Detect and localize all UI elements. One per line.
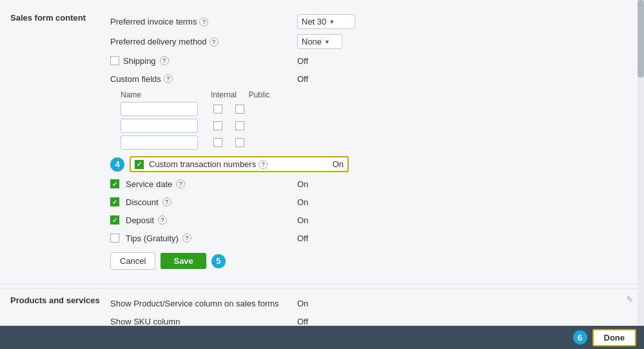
cf-name-input-3[interactable] (121, 135, 198, 150)
cf-public-checkbox-3[interactable] (235, 138, 244, 147)
cf-name-input-2[interactable] (121, 119, 198, 133)
shipping-checkbox[interactable] (110, 56, 119, 65)
discount-help-icon[interactable]: ? (162, 197, 171, 206)
scrollbar-thumb[interactable] (638, 0, 644, 77)
cf-col-name-header: Name (121, 90, 204, 99)
product-service-column-status: On (297, 299, 308, 308)
custom-fields-status: Off (297, 74, 308, 84)
cf-row-2 (121, 119, 634, 133)
discount-status: On (297, 197, 308, 207)
shipping-status: Off (297, 56, 308, 66)
custom-transaction-numbers-help-icon[interactable]: ? (259, 160, 268, 169)
deposit-status: On (297, 215, 308, 225)
main-content: Sales form content Preferred invoice ter… (0, 0, 644, 326)
products-edit-pencil-icon[interactable]: ✎ (626, 294, 634, 304)
discount-checkbox[interactable] (110, 197, 119, 206)
service-date-row: Service date ? On (110, 175, 634, 193)
custom-fields-label: Custom fields ? (110, 74, 297, 84)
preferred-invoice-terms-row: Preferred invoice terms ? Net 30 ▼ (110, 12, 634, 32)
step-badge-6: 6 (573, 330, 587, 344)
tips-help-icon[interactable]: ? (182, 234, 191, 243)
custom-fields-grid: Name Internal Public (121, 90, 634, 150)
deposit-field-label: Deposit ? (110, 215, 297, 225)
preferred-delivery-method-row: Preferred delivery method ? None ▼ (110, 32, 634, 52)
service-date-help-icon[interactable]: ? (176, 179, 185, 188)
section-label-sales-form: Sales form content (10, 12, 110, 23)
tips-status: Off (297, 234, 308, 243)
product-service-column-row: Show Product/Service column on sales for… (110, 294, 626, 312)
discount-row: Discount ? On (110, 193, 634, 211)
sku-column-row: Show SKU column Off (110, 312, 626, 326)
custom-transaction-numbers-checkbox[interactable] (135, 160, 144, 169)
shipping-row: Shipping ? Off (110, 52, 634, 70)
cf-internal-checkbox-3[interactable] (213, 138, 222, 147)
sku-column-status: Off (297, 317, 308, 326)
step-badge-5: 5 (211, 254, 226, 268)
custom-fields-help-icon[interactable]: ? (164, 74, 173, 83)
cf-name-input-1[interactable] (121, 102, 198, 116)
section-label-products: Products and services (10, 294, 110, 305)
preferred-delivery-method-dropdown[interactable]: None ▼ (297, 34, 342, 49)
scrollbar-track (638, 0, 644, 326)
cancel-button[interactable]: Cancel (110, 252, 155, 270)
cf-internal-checkbox-1[interactable] (213, 105, 222, 114)
save-button[interactable]: Save (161, 253, 206, 269)
custom-transaction-numbers-wrapper: 4 Custom transaction numbers ? On (110, 155, 634, 174)
tips-row: Tips (Gratuity) ? Off (110, 229, 634, 247)
cf-col-public-header: Public (243, 90, 275, 99)
sku-column-label: Show SKU column (110, 317, 297, 326)
save-cancel-buttons-row: Cancel Save 5 (110, 252, 634, 270)
custom-transaction-numbers-row: Custom transaction numbers ? On (130, 156, 349, 172)
deposit-help-icon[interactable]: ? (158, 215, 167, 224)
footer-bar: 6 Done (0, 326, 644, 349)
section-content-products: Show Product/Service column on sales for… (110, 294, 626, 326)
custom-transaction-numbers-label: Custom transaction numbers ? (135, 159, 322, 169)
products-and-services-section: Products and services Show Product/Servi… (0, 288, 644, 326)
custom-transaction-numbers-status: On (333, 159, 344, 169)
preferred-delivery-method-help-icon[interactable]: ? (210, 37, 219, 46)
invoice-terms-dropdown-arrow-icon: ▼ (329, 19, 335, 25)
cf-header: Name Internal Public (121, 90, 634, 99)
cf-public-checkbox-2[interactable] (235, 121, 244, 130)
done-button[interactable]: Done (592, 329, 637, 346)
discount-field-label: Discount ? (110, 197, 297, 207)
sales-form-content-section: Sales form content Preferred invoice ter… (0, 6, 644, 280)
shipping-help-icon[interactable]: ? (160, 56, 169, 65)
cf-internal-checkbox-2[interactable] (213, 121, 222, 130)
section-content-sales-form: Preferred invoice terms ? Net 30 ▼ Prefe… (110, 12, 634, 275)
preferred-invoice-terms-help-icon[interactable]: ? (199, 17, 208, 26)
tips-checkbox[interactable] (110, 234, 119, 243)
cf-col-internal-header: Internal (204, 90, 243, 99)
preferred-invoice-terms-label: Preferred invoice terms ? (110, 17, 297, 26)
deposit-row: Deposit ? On (110, 211, 634, 229)
cf-row-3 (121, 135, 634, 150)
step-badge-4: 4 (110, 157, 124, 172)
cf-public-checkbox-1[interactable] (235, 105, 244, 114)
service-date-status: On (297, 179, 308, 189)
tips-field-label: Tips (Gratuity) ? (110, 234, 297, 243)
delivery-method-dropdown-arrow-icon: ▼ (324, 39, 330, 45)
custom-fields-row: Custom fields ? Off (110, 70, 634, 88)
service-date-field-label: Service date ? (110, 179, 297, 189)
section-divider (0, 284, 644, 284)
shipping-field-label: Shipping ? (110, 56, 297, 66)
product-service-column-label: Show Product/Service column on sales for… (110, 299, 297, 308)
preferred-delivery-method-label: Preferred delivery method ? (110, 37, 297, 46)
cf-row-1 (121, 102, 634, 116)
deposit-checkbox[interactable] (110, 215, 119, 224)
preferred-invoice-terms-dropdown[interactable]: Net 30 ▼ (297, 14, 355, 29)
service-date-checkbox[interactable] (110, 179, 119, 188)
